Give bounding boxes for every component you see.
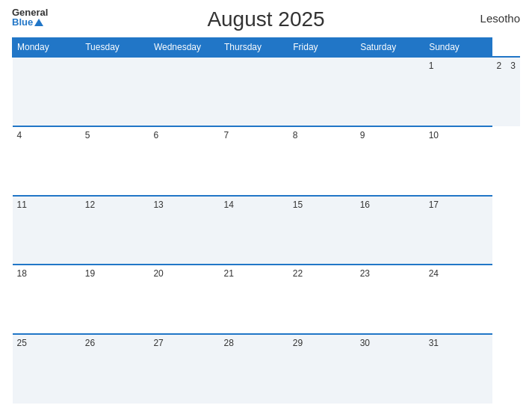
day-number: 6 — [153, 130, 158, 140]
day-number: 27 — [153, 338, 163, 348]
day-header-thursday: Thursday — [219, 38, 288, 58]
month-title: August 2025 — [207, 7, 324, 31]
day-number: 8 — [293, 130, 298, 140]
day-header-monday: Monday — [13, 38, 81, 58]
day-number: 19 — [85, 268, 95, 279]
day-header-tuesday: Tuesday — [81, 38, 149, 58]
day-number: 1 — [429, 61, 434, 71]
calendar-cell: 7 — [219, 126, 288, 196]
calendar-cell: 5 — [81, 126, 149, 196]
calendar-cell: 26 — [81, 334, 149, 404]
day-number: 18 — [17, 268, 27, 279]
calendar-cell: 20 — [149, 265, 219, 334]
calendar-cell — [288, 57, 356, 126]
calendar-cell: 21 — [219, 265, 288, 334]
calendar-cell — [356, 57, 424, 126]
logo: General Blue — [12, 7, 48, 27]
day-number: 28 — [223, 338, 233, 348]
day-number: 21 — [223, 268, 233, 279]
day-number: 24 — [429, 268, 439, 279]
calendar-cell: 2 — [492, 57, 507, 126]
calendar-cell: 28 — [219, 334, 288, 404]
day-number: 9 — [360, 130, 365, 140]
calendar-cell: 30 — [356, 334, 424, 404]
calendar-table: MondayTuesdayWednesdayThursdayFridaySatu… — [12, 37, 520, 404]
calendar-cell: 16 — [356, 196, 424, 265]
logo-blue-text: Blue — [12, 17, 48, 27]
calendar-cell — [219, 57, 288, 126]
day-header-saturday: Saturday — [356, 38, 424, 58]
day-number: 30 — [360, 338, 370, 348]
calendar-cell: 24 — [424, 265, 492, 334]
calendar-cell — [149, 57, 219, 126]
day-number: 12 — [85, 200, 95, 210]
calendar-cell: 18 — [13, 265, 81, 334]
calendar-cell: 14 — [219, 196, 288, 265]
week-row: 25262728293031 — [13, 334, 521, 404]
calendar-cell: 23 — [356, 265, 424, 334]
country-label: Lesotho — [480, 12, 520, 25]
calendar-cell: 29 — [288, 334, 356, 404]
calendar-cell: 13 — [149, 196, 219, 265]
day-number: 13 — [153, 200, 163, 210]
calendar-cell: 15 — [288, 196, 356, 265]
week-row: 18192021222324 — [13, 265, 521, 334]
week-row: 45678910 — [13, 126, 521, 196]
day-number: 11 — [17, 200, 27, 210]
day-number: 25 — [17, 338, 27, 348]
day-number: 20 — [153, 268, 163, 279]
calendar-cell: 6 — [149, 126, 219, 196]
calendar-cell: 8 — [288, 126, 356, 196]
calendar-cell: 4 — [13, 126, 81, 196]
calendar-cell: 22 — [288, 265, 356, 334]
day-number: 5 — [85, 130, 90, 140]
calendar-cell: 19 — [81, 265, 149, 334]
calendar-cell: 12 — [81, 196, 149, 265]
calendar-cell: 31 — [424, 334, 492, 404]
day-number: 16 — [360, 200, 370, 210]
day-number: 15 — [293, 200, 303, 210]
day-number: 23 — [360, 268, 370, 279]
day-number: 2 — [497, 61, 502, 71]
day-number: 4 — [17, 130, 22, 140]
logo-triangle-icon — [34, 19, 43, 26]
week-row: 123 — [13, 57, 521, 126]
day-number: 29 — [293, 338, 303, 348]
day-number: 14 — [223, 200, 233, 210]
day-number: 31 — [429, 338, 439, 348]
calendar-cell: 1 — [424, 57, 492, 126]
week-row: 11121314151617 — [13, 196, 521, 265]
calendar-cell: 10 — [424, 126, 492, 196]
calendar-cell — [13, 57, 81, 126]
logo-blue-label: Blue — [12, 17, 33, 27]
calendar-cell: 11 — [13, 196, 81, 265]
calendar-cell: 9 — [356, 126, 424, 196]
day-number: 10 — [429, 130, 439, 140]
day-header-friday: Friday — [288, 38, 356, 58]
day-number: 22 — [293, 268, 303, 279]
calendar-header-row: MondayTuesdayWednesdayThursdayFridaySatu… — [13, 38, 521, 58]
day-number: 7 — [223, 130, 229, 140]
day-header-sunday: Sunday — [424, 38, 492, 58]
calendar-body: 1234567891011121314151617181920212223242… — [13, 57, 521, 404]
calendar-cell: 3 — [506, 57, 520, 126]
calendar-cell: 17 — [424, 196, 492, 265]
day-number: 26 — [85, 338, 95, 348]
day-number: 17 — [429, 200, 439, 210]
day-number: 3 — [510, 61, 516, 71]
calendar-header: General Blue August 2025 Lesotho — [12, 7, 520, 31]
calendar-cell: 25 — [13, 334, 81, 404]
calendar-cell — [81, 57, 149, 126]
calendar-cell: 27 — [149, 334, 219, 404]
day-header-wednesday: Wednesday — [149, 38, 219, 58]
